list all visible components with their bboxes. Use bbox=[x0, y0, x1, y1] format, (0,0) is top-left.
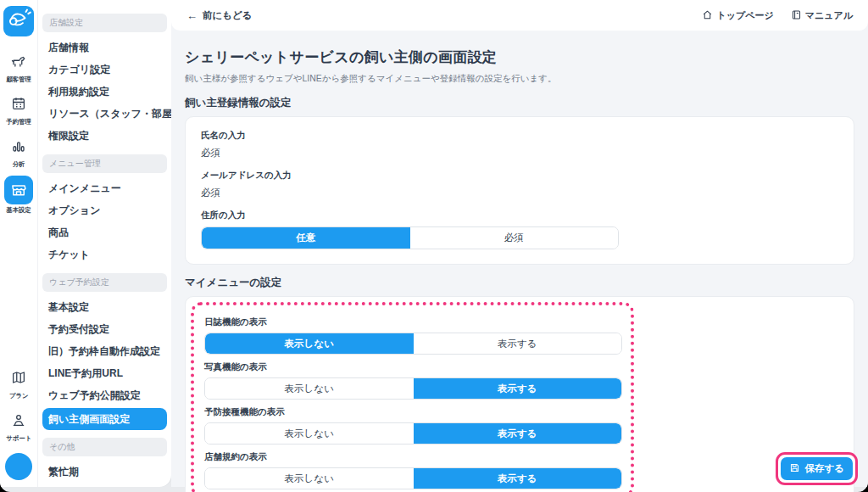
top-links: トップページマニュアル bbox=[702, 9, 853, 22]
top-link-top-page[interactable]: トップページ bbox=[702, 9, 773, 22]
field-value: 必須 bbox=[201, 147, 838, 159]
page-title: シェリーペットサービスの飼い主側の画面設定 bbox=[185, 48, 854, 67]
field-label: 住所の入力 bbox=[201, 210, 838, 221]
rail-item-plan[interactable]: プラン bbox=[5, 365, 33, 400]
segmented-option[interactable]: 表示しない bbox=[205, 468, 414, 489]
segmented-option[interactable]: 表示しない bbox=[205, 423, 414, 444]
sidebar-item[interactable]: 予約受付設定 bbox=[38, 318, 171, 340]
toggle-row: 日誌機能の表示表示しない表示する bbox=[204, 316, 631, 355]
manual-icon bbox=[791, 9, 802, 22]
segmented-control: 任意必須 bbox=[201, 226, 619, 249]
toggle-label: 予防接種機能の表示 bbox=[204, 406, 631, 418]
sidebar-item[interactable]: LINE予約用URL bbox=[38, 362, 171, 384]
segmented-option[interactable]: 表示しない bbox=[205, 378, 414, 399]
save-button-highlight-ring: 保存する bbox=[776, 452, 858, 485]
owner-registration-card: 氏名の入力必須メールアドレスの入力必須住所の入力任意必須 bbox=[185, 116, 854, 265]
rail-item-label: 顧客管理 bbox=[6, 75, 31, 83]
sidebar-section-header: ウェブ予約設定 bbox=[42, 273, 167, 292]
page-subtitle: 飼い主様が参照するウェブやLINEから参照するマイメニューや登録情報の設定を行い… bbox=[185, 73, 854, 85]
registration-field: 氏名の入力必須 bbox=[201, 130, 838, 159]
rail-item-analytics[interactable]: 分析 bbox=[4, 133, 33, 169]
rail-item-label: 分析 bbox=[13, 159, 25, 168]
registration-field: メールアドレスの入力必須 bbox=[201, 170, 838, 199]
main-area: ← 前にもどる トップページマニュアル シェリーペットサービスの飼い主側の画面設… bbox=[171, 0, 868, 487]
top-link-manual[interactable]: マニュアル bbox=[791, 9, 853, 22]
sidebar-item[interactable]: 繁忙期 bbox=[38, 461, 171, 483]
toggle-row: 店舗規約の表示表示しない表示する bbox=[204, 451, 631, 489]
rail-item-settings[interactable]: 基本設定 bbox=[4, 176, 33, 215]
segmented-control: 表示しない表示する bbox=[204, 333, 622, 355]
sidebar-item[interactable]: 基本設定 bbox=[38, 296, 171, 318]
rail-item-label: 予約管理 bbox=[6, 117, 31, 126]
store-icon bbox=[4, 176, 33, 204]
rail-item-label: プラン bbox=[9, 391, 29, 400]
sidebar-item[interactable]: 商品 bbox=[38, 221, 171, 243]
rail-bottom-group: プランサポート bbox=[5, 365, 33, 450]
sidebar-item[interactable]: 店舗情報 bbox=[38, 36, 171, 59]
close-menu-link[interactable]: « メニューを閉じる bbox=[38, 483, 171, 487]
sidebar-item[interactable]: 権限設定 bbox=[38, 125, 171, 147]
sidebar-item[interactable]: メインメニュー bbox=[38, 177, 171, 199]
my-menu-card: 日誌機能の表示表示しない表示する写真機能の表示表示しない表示する予防接種機能の表… bbox=[185, 296, 854, 492]
sidebar-section-header: 店舗設定 bbox=[42, 14, 167, 32]
toggle-label: 日誌機能の表示 bbox=[204, 316, 631, 328]
dog-logo-icon bbox=[6, 7, 31, 36]
save-button[interactable]: 保存する bbox=[781, 457, 853, 480]
rail-item-label: サポート bbox=[6, 433, 31, 442]
rail-item-label: 基本設定 bbox=[6, 205, 31, 214]
rail-item-support[interactable]: サポート bbox=[5, 407, 33, 443]
segmented-control: 表示しない表示する bbox=[204, 422, 622, 444]
sidebar-section-header: その他 bbox=[42, 438, 167, 456]
back-button[interactable]: ← 前にもどる bbox=[186, 9, 253, 22]
segmented-option-selected[interactable]: 表示しない bbox=[205, 333, 414, 354]
sidebar-item[interactable]: カテゴリ設定 bbox=[38, 59, 171, 81]
back-label: 前にもどる bbox=[203, 9, 253, 22]
segmented-option[interactable]: 必須 bbox=[410, 227, 619, 249]
field-label: メールアドレスの入力 bbox=[201, 170, 838, 182]
segmented-control: 表示しない表示する bbox=[204, 377, 622, 400]
sidebar-item[interactable]: ウェブ予約公開設定 bbox=[38, 384, 171, 406]
app-logo[interactable] bbox=[3, 6, 34, 36]
segmented-option-selected[interactable]: 表示する bbox=[414, 378, 622, 399]
top-link-label: マニュアル bbox=[805, 9, 853, 22]
save-icon bbox=[789, 462, 800, 475]
highlight-dotted-border: 日誌機能の表示表示しない表示する写真機能の表示表示しない表示する予防接種機能の表… bbox=[191, 302, 634, 492]
sidebar-item[interactable]: リソース（スタッフ・部屋） bbox=[38, 103, 171, 125]
sidebar-item[interactable]: 旧）予約枠自動作成設定 bbox=[38, 340, 171, 362]
segmented-control: 表示しない表示する bbox=[204, 467, 622, 489]
toggle-label: 写真機能の表示 bbox=[204, 361, 631, 373]
rail-item-customers[interactable]: 顧客管理 bbox=[4, 48, 33, 84]
rail-item-reservations[interactable]: 予約管理 bbox=[4, 91, 33, 126]
support-icon bbox=[6, 407, 31, 433]
segmented-option-selected[interactable]: 表示する bbox=[414, 468, 622, 489]
toggle-row: 予防接種機能の表示表示しない表示する bbox=[204, 406, 631, 444]
sidebar-item[interactable]: チケット bbox=[38, 243, 171, 266]
icon-rail: 顧客管理予約管理分析基本設定 プランサポート bbox=[0, 0, 38, 487]
arrow-left-icon: ← bbox=[186, 9, 198, 22]
dog-icon bbox=[6, 48, 31, 74]
home-icon bbox=[702, 9, 713, 22]
field-label: 氏名の入力 bbox=[201, 130, 838, 142]
segmented-option-selected[interactable]: 表示する bbox=[414, 423, 622, 444]
field-value: 必須 bbox=[201, 187, 838, 199]
save-button-label: 保存する bbox=[804, 462, 844, 475]
sidebar-item[interactable]: オプション bbox=[38, 199, 171, 221]
chart-icon bbox=[6, 133, 31, 159]
toggle-row: 写真機能の表示表示しない表示する bbox=[204, 361, 631, 400]
sidebar-menu: 店舗設定店舗情報カテゴリ設定利用規約設定リソース（スタッフ・部屋）権限設定メニュ… bbox=[38, 0, 171, 487]
sidebar-item[interactable]: 利用規約設定 bbox=[38, 81, 171, 103]
chat-avatar-button[interactable] bbox=[5, 453, 32, 480]
app-window: 顧客管理予約管理分析基本設定 プランサポート 店舗設定店舗情報カテゴリ設定利用規… bbox=[0, 0, 868, 492]
top-bar: ← 前にもどる トップページマニュアル bbox=[171, 0, 868, 31]
rail-top-group: 顧客管理予約管理分析基本設定 bbox=[4, 48, 33, 221]
segmented-option[interactable]: 表示する bbox=[414, 333, 622, 354]
toggle-label: 店舗規約の表示 bbox=[204, 451, 631, 463]
owner-registration-heading: 飼い主登録情報の設定 bbox=[185, 96, 854, 110]
map-icon bbox=[6, 365, 31, 390]
my-menu-heading: マイメニューの設定 bbox=[185, 276, 854, 290]
registration-field: 住所の入力任意必須 bbox=[201, 210, 838, 249]
sidebar-item[interactable]: 飼い主側画面設定 bbox=[42, 408, 167, 430]
segmented-option-selected[interactable]: 任意 bbox=[202, 227, 410, 249]
top-link-label: トップページ bbox=[716, 9, 773, 22]
sidebar-section-header: メニュー管理 bbox=[42, 154, 167, 173]
